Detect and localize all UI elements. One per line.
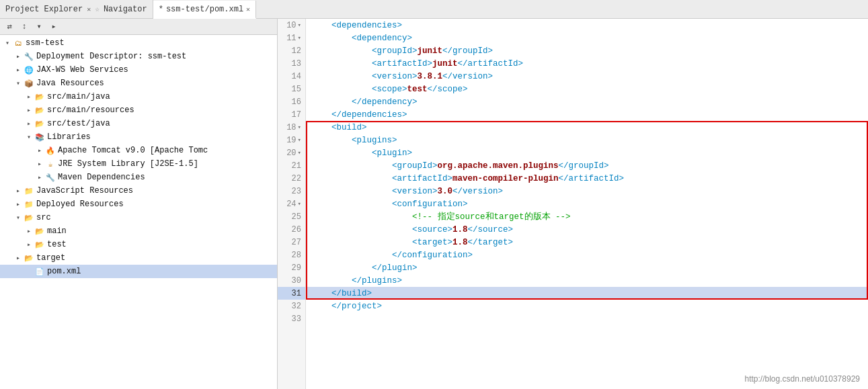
panel-toolbar: ⇄ ↕ ▾ ▸	[0, 19, 277, 35]
item-icon-src: 📂	[23, 212, 35, 223]
tree-item-src[interactable]: ▾📂src	[0, 211, 277, 224]
xml-tab-close[interactable]: ✕	[246, 5, 250, 13]
view-menu-button[interactable]: ▾	[32, 20, 46, 34]
expand-icon-tomcat[interactable]: ▸	[35, 146, 44, 155]
fold-indicator-18[interactable]: ▾	[298, 124, 301, 131]
expand-icon-java-resources[interactable]: ▾	[13, 79, 23, 87]
tree-item-deployment-desc[interactable]: ▸🔧Deployment Descriptor: ssm-test	[0, 50, 277, 63]
project-explorer-close[interactable]: ✕	[87, 5, 91, 13]
watermark: http://blog.csdn.net/u010378929	[745, 374, 860, 384]
tree-item-deployed[interactable]: ▸📁Deployed Resources	[0, 198, 277, 211]
expand-icon-src-main-resources[interactable]: ▸	[24, 106, 34, 114]
expand-icon-target[interactable]: ▸	[13, 254, 23, 262]
line-num-14: 14	[278, 70, 305, 83]
expand-icon-deployment-desc[interactable]: ▸	[13, 52, 23, 60]
tree-item-tomcat[interactable]: ▸🔥Apache Tomcat v9.0 [Apache Tomc	[0, 144, 277, 157]
navigator-tab[interactable]: Navigator	[104, 5, 147, 14]
code-line-19: <plugins>	[306, 134, 868, 146]
code-line-24: <configuration>	[306, 198, 868, 210]
fold-indicator-19[interactable]: ▾	[298, 136, 301, 144]
item-label-java-resources: Java Resources	[36, 79, 104, 88]
tree-item-libraries[interactable]: ▾📚Libraries	[0, 130, 277, 144]
tab-bar: Project Explorer ✕ ☆ Navigator * ssm-tes…	[0, 0, 868, 19]
code-content[interactable]: <dependencies> <dependency> <groupId>jun…	[306, 19, 868, 389]
line-num-12: 12	[278, 44, 305, 57]
expand-icon-deployed[interactable]: ▸	[13, 200, 23, 208]
line-num-10: 10▾	[278, 19, 305, 32]
expand-icon-ssm-test[interactable]: ▾	[3, 39, 12, 47]
expand-icon-src-main-java[interactable]: ▸	[24, 93, 34, 101]
code-line-15: <scope>test</scope>	[306, 83, 868, 95]
item-label-deployment-desc: Deployment Descriptor: ssm-test	[36, 52, 186, 61]
expand-icon-libraries[interactable]: ▾	[24, 133, 34, 141]
xml-editor-tab[interactable]: * ssm-test/pom.xml ✕	[153, 1, 256, 19]
line-num-33: 33	[278, 312, 305, 325]
item-icon-jre: ☕	[44, 159, 56, 169]
line-numbers: 10▾11▾12131415161718▾19▾20▾21222324▾2526…	[278, 19, 306, 389]
fold-indicator-24[interactable]: ▾	[298, 200, 301, 208]
line-num-26: 26	[278, 223, 305, 236]
fold-indicator-20[interactable]: ▾	[298, 149, 301, 157]
line-num-17: 17	[278, 108, 305, 121]
tree-item-js-resources[interactable]: ▸📁JavaScript Resources	[0, 184, 277, 198]
item-label-src-test-java: src/test/java	[47, 119, 110, 128]
tree-item-src-main-java[interactable]: ▸📂src/main/java	[0, 90, 277, 103]
tree-item-jre[interactable]: ▸☕JRE System Library [J2SE-1.5]	[0, 157, 277, 171]
item-label-libraries: Libraries	[47, 132, 91, 142]
expand-icon-src[interactable]: ▾	[13, 214, 23, 222]
expand-icon-src-test-java[interactable]: ▸	[24, 120, 34, 128]
code-line-31: </build>	[306, 287, 868, 300]
line-num-30: 30	[278, 274, 305, 287]
fold-indicator-10[interactable]: ▾	[298, 21, 301, 29]
tree-item-main[interactable]: ▸📂main	[0, 224, 277, 238]
item-label-ssm-test: ssm-test	[26, 38, 65, 48]
code-line-23: <version>3.0</version>	[306, 185, 868, 198]
tree-item-src-main-resources[interactable]: ▸📂src/main/resources	[0, 103, 277, 117]
item-icon-pom-xml: 📄	[34, 266, 46, 277]
tree-item-maven-dep[interactable]: ▸🔧Maven Dependencies	[0, 171, 277, 184]
tree-item-ssm-test[interactable]: ▾🗂ssm-test	[0, 36, 277, 50]
line-num-22: 22	[278, 172, 305, 185]
tree-item-pom-xml[interactable]: 📄pom.xml	[0, 265, 277, 278]
expand-icon-test[interactable]: ▸	[24, 241, 34, 249]
expand-icon-jre[interactable]: ▸	[35, 160, 44, 168]
item-label-deployed: Deployed Resources	[36, 200, 124, 209]
line-num-25: 25	[278, 210, 305, 223]
item-icon-src-test-java: 📂	[34, 118, 46, 129]
code-line-16: </dependency>	[306, 95, 868, 108]
code-line-29: </plugin>	[306, 261, 868, 274]
line-num-29: 29	[278, 261, 305, 274]
tree-item-src-test-java[interactable]: ▸📂src/test/java	[0, 117, 277, 130]
project-explorer-tab[interactable]: Project Explorer ✕ ☆ Navigator	[0, 0, 153, 18]
code-line-14: <version>3.8.1</version>	[306, 70, 868, 83]
item-icon-main: 📂	[34, 226, 46, 236]
code-line-33	[306, 312, 868, 325]
line-num-23: 23	[278, 185, 305, 198]
item-label-jre: JRE System Library [J2SE-1.5]	[58, 159, 198, 169]
collapse-all-button[interactable]: ⇄	[3, 20, 16, 34]
project-explorer-panel: ⇄ ↕ ▾ ▸ ▾🗂ssm-test▸🔧Deployment Descripto…	[0, 19, 278, 389]
expand-icon-js-resources[interactable]: ▸	[13, 187, 23, 195]
item-icon-java-resources: 📦	[23, 78, 35, 89]
item-label-src-main-java: src/main/java	[47, 92, 110, 101]
tree-item-jax-ws[interactable]: ▸🌐JAX-WS Web Services	[0, 63, 277, 77]
tree-item-java-resources[interactable]: ▾📦Java Resources	[0, 77, 277, 90]
item-icon-tomcat: 🔥	[44, 145, 56, 156]
line-num-31: 31	[278, 287, 305, 300]
expand-icon-jax-ws[interactable]: ▸	[13, 66, 23, 74]
expand-icon-maven-dep[interactable]: ▸	[35, 173, 44, 181]
expand-icon-main[interactable]: ▸	[24, 227, 34, 235]
xml-tab-title: ssm-test/pom.xml	[166, 5, 243, 14]
fold-indicator-11[interactable]: ▾	[298, 34, 301, 42]
forward-button[interactable]: ▸	[47, 20, 61, 34]
link-with-editor-button[interactable]: ↕	[17, 20, 31, 34]
code-line-18: <build>	[306, 121, 868, 134]
tab-modified-indicator: *	[159, 5, 163, 14]
tree-item-target[interactable]: ▸📂target	[0, 251, 277, 265]
item-label-tomcat: Apache Tomcat v9.0 [Apache Tomc	[58, 146, 208, 155]
tree-item-test[interactable]: ▸📂test	[0, 238, 277, 251]
code-line-13: <artifactId>junit</artifactId>	[306, 57, 868, 70]
line-num-13: 13	[278, 57, 305, 70]
editor-area: 10▾11▾12131415161718▾19▾20▾21222324▾2526…	[278, 19, 868, 389]
code-line-17: </dependencies>	[306, 108, 868, 121]
